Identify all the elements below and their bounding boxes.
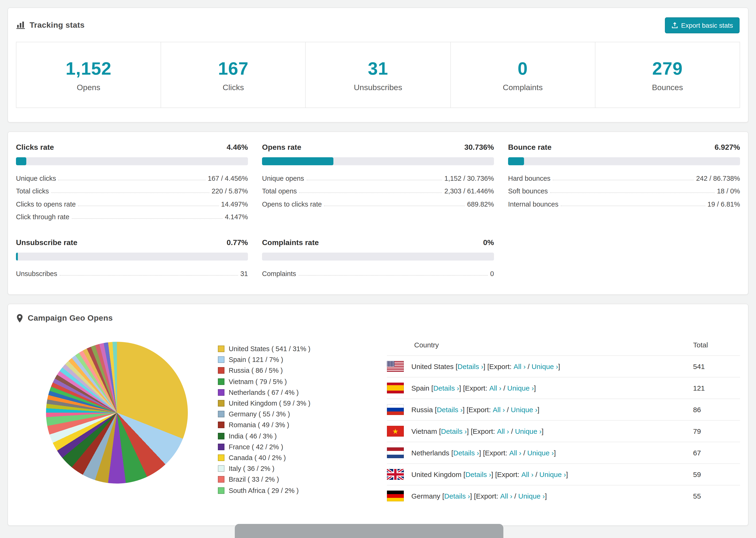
stat-line: Soft bounces18 / 0% [508, 184, 740, 197]
nl-flag-icon [387, 447, 404, 458]
vn-flag-icon: ★ [387, 426, 404, 436]
bracket: [ [487, 362, 489, 370]
bracket: ] [542, 427, 544, 435]
rate-head: Clicks rate4.46% [16, 143, 248, 152]
rate-percent: 4.46% [227, 143, 248, 152]
export-label: Export: [473, 427, 497, 435]
legend-item: Russia ( 86 / 5% ) [218, 365, 370, 376]
stat-line: Unique clicks167 / 4.456% [16, 171, 248, 184]
progress-bar [508, 157, 740, 165]
export-icon [671, 22, 678, 28]
legend-swatch [218, 400, 225, 406]
export-unique-link[interactable]: Unique › [507, 384, 534, 392]
geo-body: United States ( 541 / 31% )Spain ( 121 /… [8, 330, 748, 525]
stat-line-label: Soft bounces [508, 187, 548, 195]
stat-line: Complaints0 [262, 266, 494, 279]
legend-item: Romania ( 49 / 3% ) [218, 420, 370, 430]
details-link[interactable]: Details › [465, 470, 491, 478]
stat-line-value: 1,152 / 30.736% [445, 174, 494, 182]
rate-head: Bounce rate6.927% [508, 143, 740, 152]
export-unique-link[interactable]: Unique › [518, 492, 545, 500]
stat-label: Bounces [595, 83, 739, 92]
rate-title: Unsubscribe rate [16, 239, 77, 247]
slash: / [521, 449, 527, 457]
country-name: Vietnam [411, 427, 439, 435]
stat-line: Unsubscribes31 [16, 266, 248, 279]
stat-line-label: Opens to clicks rate [262, 200, 322, 208]
table-row: Netherlands [Details ›] [Export: All › /… [387, 442, 740, 463]
legend-item: United States ( 541 / 31% ) [218, 344, 370, 354]
country-name: Spain [411, 384, 431, 392]
export-unique-link[interactable]: Unique › [531, 362, 558, 370]
table-row: Germany [Details ›] [Export: All › / Uni… [387, 485, 740, 506]
stat-line-value: 220 / 5.87% [212, 187, 248, 195]
bracket: ] [537, 405, 539, 413]
legend-item: Brazil ( 33 / 2% ) [218, 474, 370, 485]
bracket: [ [435, 405, 437, 413]
details-link[interactable]: Details › [458, 362, 483, 370]
table-row: ★Vietnam [Details ›] [Export: All › / Un… [387, 420, 740, 442]
progress-bar [16, 157, 248, 165]
export-unique-link[interactable]: Unique › [527, 449, 554, 457]
stat-line-label: Unsubscribes [16, 270, 57, 277]
export-all-link[interactable]: All › [521, 470, 534, 478]
dotted-leader [306, 180, 442, 180]
export-all-link[interactable]: All › [497, 427, 509, 435]
export-all-link[interactable]: All › [513, 362, 526, 370]
stat-line-label: Click through rate [16, 213, 69, 221]
stat-label: Complaints [451, 83, 595, 92]
stat-line-label: Unique opens [262, 174, 304, 182]
legend-item: Vietnam ( 79 / 5% ) [218, 376, 370, 387]
legend-label: Canada ( 40 / 2% ) [229, 454, 286, 461]
legend-label: Spain ( 121 / 7% ) [229, 356, 283, 364]
stat-line: Total opens2,303 / 61.446% [262, 184, 494, 197]
bracket: ] [483, 362, 487, 370]
details-link[interactable]: Details › [437, 405, 462, 413]
export-all-link[interactable]: All › [489, 384, 502, 392]
country-name: Netherlands [411, 449, 451, 457]
bracket: ] [470, 492, 474, 500]
stat-box: 0Complaints [450, 42, 595, 108]
stat-box: 279Bounces [595, 42, 739, 108]
details-link[interactable]: Details › [444, 492, 470, 500]
map-pin-icon [17, 314, 23, 322]
legend-swatch [218, 487, 225, 494]
us-flag-icon [387, 361, 404, 372]
legend-label: United States ( 541 / 31% ) [229, 345, 310, 352]
export-all-link[interactable]: All › [493, 405, 505, 413]
details-link[interactable]: Details › [453, 449, 479, 457]
total-value: 86 [693, 405, 740, 413]
dotted-leader [324, 205, 465, 206]
legend-label: Italy ( 36 / 2% ) [229, 465, 274, 472]
page: Tracking stats Export basic stats 1,152O… [0, 0, 756, 538]
legend-label: Brazil ( 33 / 2% ) [229, 476, 279, 483]
export-label: Export: [485, 449, 509, 457]
export-unique-link[interactable]: Unique › [515, 427, 541, 435]
bracket: [ [466, 405, 468, 413]
legend-item: Germany ( 55 / 3% ) [218, 409, 370, 419]
export-all-link[interactable]: All › [509, 449, 521, 457]
rate-percent: 0% [483, 239, 494, 247]
table-row: United Kingdom [Details ›] [Export: All … [387, 463, 740, 485]
rate-rows: Unsubscribes31 [16, 266, 248, 279]
export-unique-link[interactable]: Unique › [539, 470, 566, 478]
export-basic-stats-button[interactable]: Export basic stats [665, 17, 739, 33]
bracket: ] [491, 470, 495, 478]
dotted-leader [299, 192, 442, 193]
legend-swatch [218, 389, 225, 396]
export-label: Export: [497, 470, 521, 478]
details-link[interactable]: Details › [433, 384, 459, 392]
legend-swatch [218, 422, 225, 428]
country-cell: Spain [Details ›] [Export: All › / Uniqu… [387, 382, 693, 393]
stat-line-value: 242 / 86.738% [696, 174, 740, 182]
export-all-link[interactable]: All › [500, 492, 513, 500]
export-unique-link[interactable]: Unique › [511, 405, 537, 413]
stat-box: 31Unsubscribes [305, 42, 450, 108]
legend-swatch [218, 465, 225, 472]
rate-percent: 6.927% [715, 143, 740, 152]
bracket: [ [439, 427, 441, 435]
details-link[interactable]: Details › [441, 427, 467, 435]
country-cell: ★Vietnam [Details ›] [Export: All › / Un… [387, 426, 693, 436]
total-value: 121 [693, 384, 740, 392]
horizontal-scrollbar-thumb[interactable] [235, 524, 503, 538]
